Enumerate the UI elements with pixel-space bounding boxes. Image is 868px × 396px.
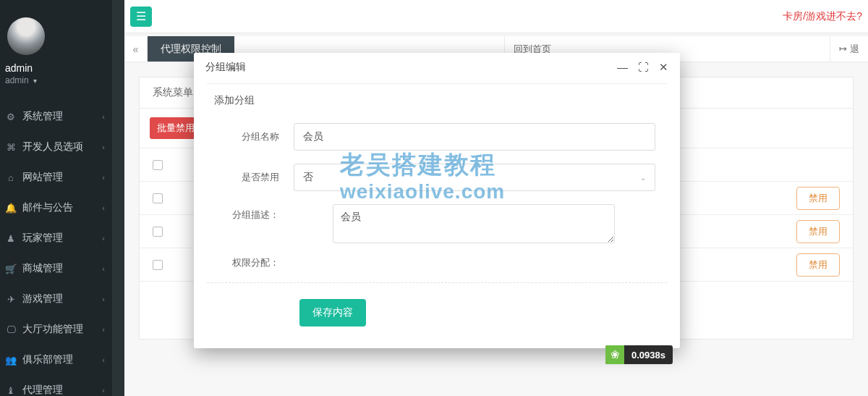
form-row-group-desc: 分组描述：	[207, 204, 667, 243]
leaf-icon: ❀	[605, 345, 624, 364]
select-value: 否	[303, 171, 313, 184]
perf-value: 0.0938s	[624, 350, 673, 361]
maximize-icon[interactable]: ⛶	[638, 61, 649, 74]
modal-title: 分组编辑	[205, 61, 246, 74]
label-is-disabled: 是否禁用	[207, 171, 294, 184]
form-row-group-name: 分组名称	[207, 123, 667, 151]
group-desc-textarea[interactable]	[333, 204, 615, 243]
divider	[207, 282, 667, 283]
minimize-icon[interactable]: —	[617, 61, 628, 74]
label-group-name: 分组名称	[207, 130, 294, 143]
form-row-is-disabled: 是否禁用 否 ⌄	[207, 164, 667, 191]
is-disabled-select[interactable]: 否 ⌄	[294, 164, 655, 191]
modal-titlebar: 分组编辑 — ⛶ ✕	[194, 53, 680, 82]
perf-badge[interactable]: ❀ 0.0938s	[605, 345, 673, 364]
group-edit-modal: 分组编辑 — ⛶ ✕ 添加分组 分组名称 是否禁用 否 ⌄	[194, 53, 680, 348]
modal-body: 添加分组 分组名称 是否禁用 否 ⌄ 分组描述： 权限分配：	[194, 83, 680, 348]
label-group-desc: 分组描述：	[207, 204, 294, 222]
label-perm-assign: 权限分配：	[207, 256, 294, 269]
close-icon[interactable]: ✕	[659, 61, 668, 74]
chevron-down-icon: ⌄	[640, 174, 646, 182]
group-name-input[interactable]	[294, 123, 655, 151]
modal-section-title: 添加分组	[207, 84, 667, 116]
form-row-perm-assign: 权限分配：	[207, 256, 667, 269]
save-button[interactable]: 保存内容	[299, 299, 366, 327]
